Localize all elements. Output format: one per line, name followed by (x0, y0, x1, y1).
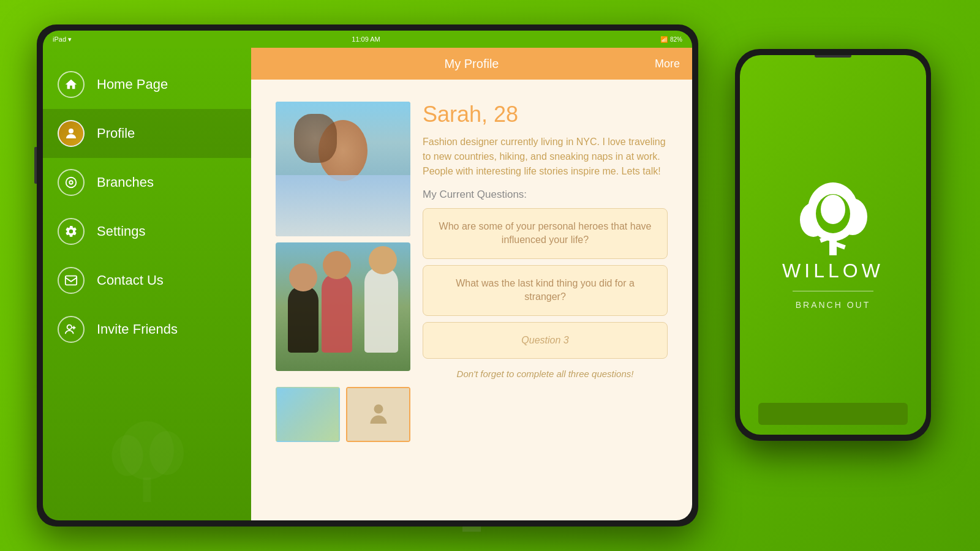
profile-bio: Fashion designer currently living in NYC… (423, 135, 668, 179)
sidebar-item-home[interactable]: Home Page (43, 60, 251, 109)
ipad-device: iPad ▾ 11:09 AM 📶 82% Home Page (37, 24, 698, 527)
svg-point-10 (67, 325, 72, 329)
sidebar-item-branches[interactable]: Branches (43, 158, 251, 207)
willow-tree-icon (796, 180, 870, 253)
svg-point-7 (66, 178, 77, 188)
iphone-bottom-bar (758, 403, 907, 425)
photos-column (276, 102, 410, 442)
statusbar-right: 📶 82% (660, 36, 682, 43)
battery-level: 82% (670, 36, 682, 43)
statusbar-time: 11:09 AM (72, 36, 660, 43)
sidebar-item-contact[interactable]: Contact Us (43, 256, 251, 305)
sidebar-item-profile[interactable]: Profile (43, 109, 251, 158)
iphone-screen: WILLOW Branch out (740, 55, 926, 435)
iphone-speaker (815, 55, 851, 58)
question-2-text: What was the last kind thing you did for… (456, 278, 635, 302)
sidebar-tree-watermark (98, 414, 196, 514)
avatar-image (59, 121, 83, 146)
svg-point-8 (69, 181, 73, 184)
svg-point-13 (149, 431, 184, 475)
sidebar-item-settings[interactable]: Settings (43, 207, 251, 256)
strip-photo-1[interactable] (276, 387, 340, 442)
svg-rect-14 (143, 478, 151, 502)
invite-icon (58, 316, 85, 343)
profile-area: Sarah, 28 Fashion designer currently liv… (251, 80, 692, 520)
profile-name: Sarah, (423, 102, 488, 127)
profile-main-photo[interactable] (276, 102, 410, 236)
navbar-more-button[interactable]: More (655, 58, 680, 70)
home-icon (58, 71, 85, 98)
iphone-device: WILLOW Branch out (735, 49, 931, 441)
questions-label: My Current Questions: (423, 189, 668, 201)
profile-age: 28 (494, 102, 518, 127)
sidebar-profile-label: Profile (97, 126, 135, 141)
sidebar-contact-label: Contact Us (97, 272, 164, 288)
photo-strip (276, 387, 410, 442)
sidebar: Home Page Profile (43, 48, 251, 520)
ipad-statusbar: iPad ▾ 11:09 AM 📶 82% (43, 31, 692, 48)
sidebar-item-invite[interactable]: Invite Friends (43, 305, 251, 354)
question-3-text: Question 3 (521, 335, 568, 345)
navbar: My Profile More (251, 48, 692, 80)
branches-icon (58, 169, 85, 196)
svg-point-15 (374, 405, 383, 414)
sidebar-branches-label: Branches (97, 174, 154, 190)
main-content: My Profile More (251, 48, 692, 520)
question-card-2[interactable]: What was the last kind thing you did for… (423, 265, 668, 316)
strip-photo-2[interactable] (346, 387, 410, 442)
willow-logo-area: WILLOW Branch out (782, 180, 884, 310)
svg-point-23 (821, 195, 845, 224)
question-1-text: Who are some of your personal heroes tha… (439, 221, 652, 245)
sidebar-home-label: Home Page (97, 77, 168, 92)
question-card-3[interactable]: Question 3 (423, 322, 668, 359)
sidebar-settings-label: Settings (97, 223, 146, 239)
profile-avatar-icon (58, 120, 85, 147)
settings-icon (58, 218, 85, 245)
ipad-side-button (34, 147, 37, 184)
family-photo[interactable] (276, 242, 410, 371)
statusbar-ipad-label: iPad ▾ (53, 36, 72, 43)
svg-point-6 (69, 129, 74, 133)
contact-icon (58, 267, 85, 294)
right-content: Sarah, 28 Fashion designer currently liv… (423, 102, 668, 442)
profile-name-age: Sarah, 28 (423, 102, 668, 127)
willow-app-name: WILLOW (782, 260, 884, 282)
navbar-title: My Profile (445, 57, 499, 71)
svg-rect-9 (66, 276, 77, 285)
svg-point-12 (111, 435, 143, 476)
sidebar-invite-label: Invite Friends (97, 321, 178, 337)
battery-icon: 📶 (660, 36, 668, 43)
profile-layout: Sarah, 28 Fashion designer currently liv… (263, 92, 680, 452)
willow-tagline: Branch out (796, 300, 871, 310)
question-card-1[interactable]: Who are some of your personal heroes tha… (423, 208, 668, 259)
reminder-text: Don't forget to complete all three quest… (423, 369, 668, 379)
statusbar-left: iPad ▾ (53, 36, 72, 43)
willow-divider (793, 291, 874, 291)
